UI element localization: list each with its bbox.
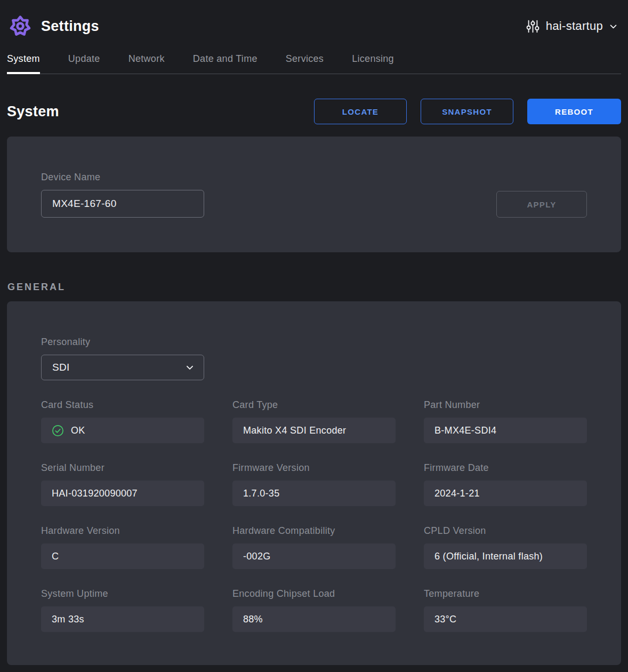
field-encoding-chipset-load: Encoding Chipset Load 88% [232, 588, 396, 632]
field-value-box: 3m 33s [41, 606, 204, 632]
field-label: Part Number [424, 399, 587, 411]
device-name-label: Device Name [41, 172, 204, 183]
tab-network[interactable]: Network [128, 53, 165, 74]
tab-system[interactable]: System [7, 53, 40, 74]
page-heading-row: System LOCATE SNAPSHOT REBOOT [7, 99, 621, 124]
field-label: CPLD Version [424, 525, 587, 537]
device-name-input[interactable] [41, 190, 204, 218]
tab-update[interactable]: Update [68, 53, 100, 74]
field-value-box: -002G [232, 543, 396, 569]
preset-selector[interactable]: hai-startup [526, 19, 621, 34]
reboot-button[interactable]: REBOOT [527, 99, 621, 124]
field-value-box: C [41, 543, 204, 569]
tab-services[interactable]: Services [286, 53, 324, 74]
field-label: Hardware Version [41, 525, 204, 537]
preset-name: hai-startup [546, 19, 603, 33]
personality-select[interactable]: SDI [41, 355, 204, 380]
card-status-box: OK [41, 418, 204, 443]
field-value: Makito X4 SDI Encoder [243, 425, 346, 436]
field-part-number: Part Number B-MX4E-SDI4 [424, 399, 587, 443]
field-cpld-version: CPLD Version 6 (Official, Internal flash… [424, 525, 587, 569]
field-hardware-compatibility: Hardware Compatibility -002G [232, 525, 396, 569]
field-label: Temperature [424, 588, 587, 599]
settings-gear-icon [7, 13, 34, 39]
apply-button[interactable]: APPLY [496, 191, 587, 218]
field-value: 2024-1-21 [434, 488, 480, 499]
field-value-box: B-MX4E-SDI4 [424, 418, 587, 443]
general-section-title: GENERAL [7, 282, 621, 293]
app-header: Settings hai-startup [7, 0, 621, 51]
field-label: Encoding Chipset Load [232, 588, 396, 599]
field-label: System Uptime [41, 588, 204, 599]
select-chevron-down-icon [184, 362, 195, 373]
field-value-box: 33°C [424, 606, 587, 632]
field-value: 33°C [434, 614, 456, 625]
field-value: HAI-031920090007 [52, 488, 138, 499]
field-label: Card Status [41, 399, 204, 411]
field-system-uptime: System Uptime 3m 33s [41, 588, 204, 632]
tab-date-and-time[interactable]: Date and Time [193, 53, 257, 74]
field-hardware-version: Hardware Version C [41, 525, 204, 569]
field-value-box: 88% [232, 606, 396, 632]
personality-value: SDI [52, 362, 70, 373]
snapshot-button[interactable]: SNAPSHOT [421, 99, 513, 124]
field-value-box: HAI-031920090007 [41, 481, 204, 506]
field-temperature: Temperature 33°C [424, 588, 587, 632]
settings-tab-bar: System Update Network Date and Time Serv… [7, 51, 621, 74]
check-circle-icon [52, 425, 64, 437]
field-value-box: 6 (Official, Internal flash) [424, 543, 587, 569]
locate-button[interactable]: LOCATE [314, 99, 407, 124]
field-value: OK [71, 425, 85, 436]
page-title: Settings [41, 18, 99, 35]
field-label: Serial Number [41, 462, 204, 474]
general-card: Personality SDI Card Status [7, 301, 621, 665]
tab-licensing[interactable]: Licensing [352, 53, 394, 74]
field-value: 3m 33s [52, 614, 84, 625]
field-value: 1.7.0-35 [243, 488, 279, 499]
device-name-group: Device Name [41, 172, 204, 218]
settings-page: Settings hai-startup System [0, 0, 628, 672]
field-serial-number: Serial Number HAI-031920090007 [41, 462, 204, 506]
field-value: B-MX4E-SDI4 [434, 425, 496, 436]
field-card-type: Card Type Makito X4 SDI Encoder [232, 399, 396, 443]
field-label: Hardware Compatibility [232, 525, 396, 537]
device-name-card: Device Name APPLY [7, 137, 621, 252]
chevron-down-icon [609, 22, 618, 31]
field-label: Firmware Version [232, 462, 396, 474]
field-value-box: Makito X4 SDI Encoder [232, 418, 396, 443]
field-label: Firmware Date [424, 462, 587, 474]
personality-label: Personality [41, 337, 587, 348]
field-card-status: Card Status OK [41, 399, 204, 443]
field-value: 88% [243, 614, 263, 625]
field-value: C [52, 551, 59, 562]
field-firmware-date: Firmware Date 2024-1-21 [424, 462, 587, 506]
sliders-icon [526, 19, 540, 34]
field-value: 6 (Official, Internal flash) [434, 551, 543, 562]
section-heading: System [7, 103, 59, 120]
field-value-box: 1.7.0-35 [232, 481, 396, 506]
general-fields-grid: Card Status OK Card Type Makito X4 SDI E… [41, 399, 587, 632]
system-actions: LOCATE SNAPSHOT REBOOT [314, 99, 621, 124]
personality-group: Personality SDI [41, 337, 587, 380]
field-value: -002G [243, 551, 271, 562]
field-value-box: 2024-1-21 [424, 481, 587, 506]
field-firmware-version: Firmware Version 1.7.0-35 [232, 462, 396, 506]
field-label: Card Type [232, 399, 396, 411]
